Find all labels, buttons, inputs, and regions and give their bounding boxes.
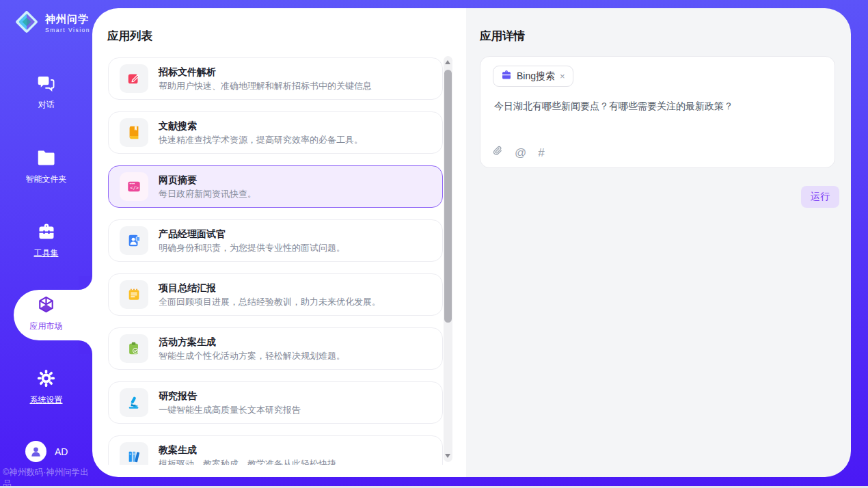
app-window: 神州问学 Smart Vision 对话 智能文件夹 bbox=[0, 0, 868, 488]
app-card-title: 研究报告 bbox=[159, 390, 301, 402]
app-card-desc: 快速精准查找学术资源，提高研究效率的必备工具。 bbox=[159, 135, 363, 146]
app-card-title: 教案生成 bbox=[159, 444, 336, 456]
app-card-title: 产品经理面试官 bbox=[159, 228, 345, 240]
briefcase-icon bbox=[501, 70, 512, 83]
prompt-card: Bing搜索 × 今日湖北有哪些新闻要点？有哪些需要关注的最新政策？ @ # bbox=[480, 56, 835, 168]
app-card-title: 项目总结汇报 bbox=[159, 282, 381, 294]
brand-logo: 神州问学 Smart Vision bbox=[14, 9, 90, 38]
svg-text:</>: </> bbox=[131, 185, 139, 191]
app-card-research-report[interactable]: 研究报告 一键智能生成高质量长文本研究报告 bbox=[108, 381, 443, 424]
sidebar-item-label: 智能文件夹 bbox=[26, 174, 67, 185]
scroll-up-arrow-icon[interactable] bbox=[445, 60, 450, 64]
account-button[interactable]: AD bbox=[0, 441, 92, 462]
cube-icon bbox=[37, 295, 55, 316]
app-detail-panel: 应用详情 Bing搜索 × 今日湖北有哪些新闻要点？有哪些需要关注的最新政策？ bbox=[466, 8, 851, 477]
user-initials: AD bbox=[55, 446, 68, 457]
folder-icon bbox=[37, 149, 56, 170]
app-card-event-plan[interactable]: 活动方案生成 智能生成个性化活动方案，轻松解决规划难题。 bbox=[108, 327, 443, 370]
clipboard-check-icon bbox=[120, 334, 148, 363]
scrollbar-thumb[interactable] bbox=[444, 70, 452, 323]
chat-icon bbox=[37, 74, 55, 95]
app-card-bid-document-analysis[interactable]: 招标文件解析 帮助用户快速、准确地理解和解析招标书中的关键信息 bbox=[108, 57, 443, 100]
edit-document-icon bbox=[120, 64, 148, 93]
app-card-web-summary[interactable]: </> 网页摘要 每日政府新闻资讯快查。 bbox=[108, 165, 443, 208]
microscope-icon bbox=[120, 388, 148, 417]
sidebar-item-toolset[interactable]: 工具集 bbox=[0, 223, 92, 259]
brand-subtitle: Smart Vision bbox=[45, 27, 90, 33]
sidebar: 神州问学 Smart Vision 对话 智能文件夹 bbox=[0, 0, 92, 488]
app-card-desc: 每日政府新闻资讯快查。 bbox=[159, 189, 256, 200]
app-card-desc: 智能生成个性化活动方案，轻松解决规划难题。 bbox=[159, 351, 345, 362]
toolbox-icon bbox=[37, 223, 56, 243]
app-card-desc: 模板驱动，教案秒成，教学准备从此轻松快捷 bbox=[159, 459, 336, 465]
brand-diamond-icon bbox=[14, 9, 40, 38]
app-card-title: 文献搜索 bbox=[159, 120, 363, 132]
copyright-text: ©神州数码·神州问学出品 bbox=[3, 467, 92, 488]
gear-icon bbox=[37, 369, 55, 390]
app-list: 招标文件解析 帮助用户快速、准确地理解和解析招标书中的关键信息 文献搜索 快速精… bbox=[108, 57, 443, 465]
app-card-project-summary[interactable]: 项目总结汇报 全面回顾项目进展，总结经验教训，助力未来优化发展。 bbox=[108, 273, 443, 316]
mention-icon[interactable]: @ bbox=[515, 147, 526, 159]
app-list-panel: 应用列表 招标文件解析 帮助用户快速、准确地理解和解析招标书中的关键信息 bbox=[92, 8, 466, 477]
app-card-desc: 全面回顾项目进展，总结经验教训，助力未来优化发展。 bbox=[159, 297, 381, 308]
sidebar-item-label: 工具集 bbox=[34, 247, 59, 259]
bubble-notch-bottom bbox=[79, 340, 92, 354]
run-button[interactable]: 运行 bbox=[801, 186, 839, 208]
tool-chip-label: Bing搜索 bbox=[517, 70, 555, 83]
app-card-pm-interviewer[interactable]: 产品经理面试官 明确身份和职责，为您提供专业性的面试问题。 bbox=[108, 219, 443, 262]
app-card-title: 网页摘要 bbox=[159, 174, 256, 186]
bubble-notch-top bbox=[79, 276, 92, 290]
book-icon bbox=[120, 118, 148, 147]
sidebar-item-chat[interactable]: 对话 bbox=[0, 74, 92, 111]
list-scrollbar[interactable] bbox=[444, 56, 452, 462]
report-note-icon bbox=[120, 280, 148, 309]
sidebar-item-label: 对话 bbox=[38, 99, 55, 111]
app-card-desc: 一键智能生成高质量长文本研究报告 bbox=[159, 405, 301, 416]
app-card-literature-search[interactable]: 文献搜索 快速精准查找学术资源，提高研究效率的必备工具。 bbox=[108, 111, 443, 154]
app-card-title: 招标文件解析 bbox=[159, 66, 372, 78]
avatar bbox=[25, 441, 46, 462]
sidebar-item-app-market[interactable]: 应用市场 bbox=[0, 295, 92, 332]
attachment-icon[interactable] bbox=[493, 146, 503, 160]
prompt-toolbar: @ # bbox=[493, 146, 545, 160]
interviewer-icon bbox=[120, 226, 148, 255]
app-detail-title: 应用详情 bbox=[480, 29, 525, 44]
app-card-desc: 明确身份和职责，为您提供专业性的面试问题。 bbox=[159, 243, 345, 254]
scroll-down-arrow-icon[interactable] bbox=[445, 454, 450, 458]
app-card-desc: 帮助用户快速、准确地理解和解析招标书中的关键信息 bbox=[159, 81, 372, 92]
hash-icon[interactable]: # bbox=[538, 147, 544, 159]
books-icon bbox=[120, 442, 148, 465]
sidebar-item-label: 应用市场 bbox=[30, 321, 63, 332]
app-card-title: 活动方案生成 bbox=[159, 336, 345, 348]
sidebar-item-label: 系统设置 bbox=[30, 394, 63, 406]
brand-name: 神州问学 bbox=[45, 13, 90, 26]
close-icon[interactable]: × bbox=[560, 71, 565, 81]
tool-chip-bing-search[interactable]: Bing搜索 × bbox=[493, 66, 573, 87]
app-list-title: 应用列表 bbox=[107, 29, 152, 44]
sidebar-item-settings[interactable]: 系统设置 bbox=[0, 369, 92, 406]
sidebar-item-smart-folder[interactable]: 智能文件夹 bbox=[0, 149, 92, 185]
app-card-lesson-plan[interactable]: 教案生成 模板驱动，教案秒成，教学准备从此轻松快捷 bbox=[108, 435, 443, 465]
browser-code-icon: </> bbox=[120, 172, 148, 201]
prompt-input[interactable]: 今日湖北有哪些新闻要点？有哪些需要关注的最新政策？ bbox=[494, 99, 822, 113]
